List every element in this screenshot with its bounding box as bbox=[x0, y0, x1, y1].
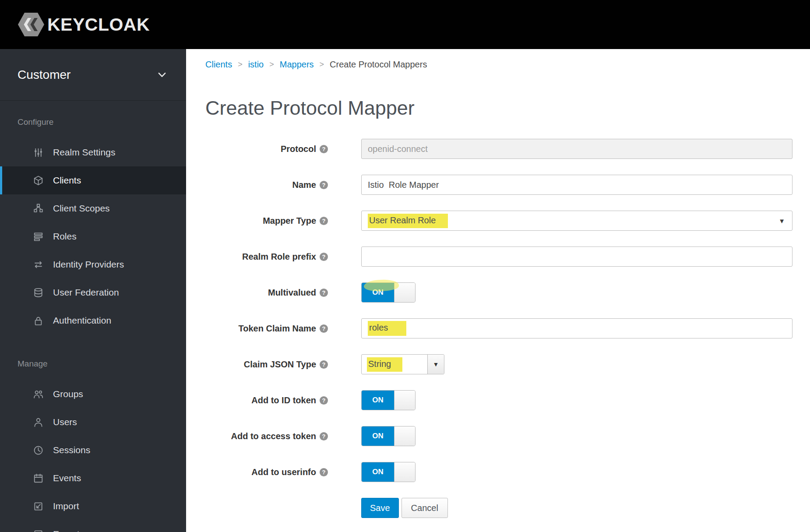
sidebar-item-label: Sessions bbox=[53, 445, 90, 455]
add-to-access-token-toggle[interactable]: ON bbox=[361, 426, 416, 446]
form-row-add-to-access-token: Add to access token ? ON bbox=[205, 426, 792, 446]
breadcrumb-mappers[interactable]: Mappers bbox=[280, 60, 314, 70]
sidebar-item-client-scopes[interactable]: Client Scopes bbox=[0, 194, 186, 222]
sidebar-item-label: Identity Providers bbox=[53, 259, 124, 270]
mapper-type-label: Mapper Type bbox=[263, 216, 316, 226]
sidebar-item-import[interactable]: Import bbox=[0, 492, 186, 520]
sidebar-item-groups[interactable]: Groups bbox=[0, 380, 186, 408]
sidebar-item-authentication[interactable]: Authentication bbox=[0, 307, 186, 335]
claim-json-type-select[interactable]: String ▼ bbox=[361, 354, 444, 374]
sidebar-item-export[interactable]: Export bbox=[0, 520, 186, 532]
add-to-access-token-label: Add to access token bbox=[231, 431, 316, 441]
roles-icon bbox=[33, 231, 44, 242]
form-row-claim-json-type: Claim JSON Type ? String ▼ bbox=[205, 354, 792, 374]
form-row-mapper-type: Mapper Type ? User Realm Role ▼ bbox=[205, 211, 792, 231]
token-claim-name-value: roles bbox=[368, 321, 406, 336]
claim-json-type-label: Claim JSON Type bbox=[244, 359, 316, 370]
realm-role-prefix-input[interactable] bbox=[361, 247, 792, 267]
add-to-userinfo-label: Add to userinfo bbox=[251, 467, 316, 477]
sidebar-item-label: Clients bbox=[53, 175, 81, 186]
sidebar-item-label: Export bbox=[53, 529, 80, 532]
add-to-id-token-label: Add to ID token bbox=[251, 395, 316, 405]
dropdown-caret-icon: ▼ bbox=[778, 217, 785, 225]
multivalued-toggle[interactable]: ON bbox=[361, 282, 416, 303]
sidebar-item-identity-providers[interactable]: Identity Providers bbox=[0, 250, 186, 278]
authentication-icon bbox=[33, 315, 44, 326]
sidebar-item-roles[interactable]: Roles bbox=[0, 222, 186, 250]
toggle-handle bbox=[394, 283, 415, 302]
sidebar-item-label: Users bbox=[53, 417, 77, 427]
help-icon[interactable]: ? bbox=[320, 360, 328, 369]
sidebar-item-label: Groups bbox=[53, 389, 83, 399]
breadcrumb-separator-icon: > bbox=[269, 60, 274, 69]
sidebar-item-events[interactable]: Events bbox=[0, 464, 186, 492]
dropdown-caret-icon: ▼ bbox=[427, 355, 444, 374]
toggle-on-label: ON bbox=[362, 462, 394, 482]
groups-icon bbox=[33, 389, 44, 400]
help-icon[interactable]: ? bbox=[320, 468, 328, 476]
top-bar: KEYCLOAK bbox=[0, 0, 810, 49]
toggle-handle bbox=[394, 462, 415, 482]
form-row-protocol: Protocol ? bbox=[205, 139, 792, 159]
sidebar-item-label: Authentication bbox=[53, 315, 111, 326]
chevron-down-icon bbox=[156, 69, 168, 81]
help-icon[interactable]: ? bbox=[320, 181, 328, 189]
breadcrumb-clients[interactable]: Clients bbox=[205, 60, 232, 70]
form-actions: Save Cancel bbox=[361, 498, 792, 518]
mapper-type-select[interactable]: User Realm Role ▼ bbox=[361, 211, 792, 231]
sidebar-item-sessions[interactable]: Sessions bbox=[0, 436, 186, 464]
breadcrumb-separator-icon: > bbox=[238, 60, 243, 69]
breadcrumb: Clients > istio > Mappers > Create Proto… bbox=[205, 59, 792, 70]
save-button[interactable]: Save bbox=[361, 498, 399, 518]
sidebar: Customer Configure Realm Settings Client… bbox=[0, 49, 186, 532]
clients-icon bbox=[33, 175, 44, 186]
add-to-id-token-toggle[interactable]: ON bbox=[361, 390, 416, 410]
token-claim-name-label: Token Claim Name bbox=[239, 324, 316, 334]
sessions-icon bbox=[33, 445, 44, 456]
form-row-multivalued: Multivalued ? ON bbox=[205, 282, 792, 303]
help-icon[interactable]: ? bbox=[320, 396, 328, 405]
breadcrumb-separator-icon: > bbox=[320, 60, 324, 69]
add-to-userinfo-toggle[interactable]: ON bbox=[361, 462, 416, 482]
sidebar-item-realm-settings[interactable]: Realm Settings bbox=[0, 138, 186, 166]
sidebar-item-label: Realm Settings bbox=[53, 147, 115, 158]
toggle-on-label: ON bbox=[362, 283, 394, 302]
help-icon[interactable]: ? bbox=[320, 253, 328, 261]
help-icon[interactable]: ? bbox=[320, 289, 328, 297]
keycloak-logo: KEYCLOAK bbox=[17, 11, 150, 38]
multivalued-label: Multivalued bbox=[268, 288, 316, 298]
sidebar-item-label: Events bbox=[53, 473, 81, 483]
help-icon[interactable]: ? bbox=[320, 217, 328, 225]
token-claim-name-input[interactable]: roles bbox=[361, 318, 792, 338]
realm-name: Customer bbox=[18, 68, 70, 82]
create-protocol-mapper-form: Protocol ? Name ? bbox=[205, 139, 792, 518]
sidebar-item-label: User Federation bbox=[53, 287, 119, 298]
user-federation-icon bbox=[33, 287, 44, 298]
toggle-on-label: ON bbox=[362, 391, 394, 410]
help-icon[interactable]: ? bbox=[320, 324, 328, 333]
import-icon bbox=[33, 501, 44, 512]
sidebar-section-configure: Configure bbox=[18, 117, 186, 127]
breadcrumb-istio[interactable]: istio bbox=[248, 60, 264, 70]
realm-selector[interactable]: Customer bbox=[0, 49, 186, 101]
sidebar-item-users[interactable]: Users bbox=[0, 408, 186, 436]
keycloak-admin-console: KEYCLOAK Customer Configure Realm Settin… bbox=[0, 0, 810, 532]
keycloak-logo-icon bbox=[17, 11, 46, 38]
form-row-token-claim-name: Token Claim Name ? roles bbox=[205, 318, 792, 338]
realm-settings-icon bbox=[33, 147, 44, 158]
realm-role-prefix-label: Realm Role prefix bbox=[242, 252, 316, 262]
help-icon[interactable]: ? bbox=[320, 145, 328, 153]
cancel-button[interactable]: Cancel bbox=[401, 498, 448, 518]
sidebar-item-clients[interactable]: Clients bbox=[0, 166, 186, 194]
sidebar-item-label: Client Scopes bbox=[53, 203, 110, 214]
help-icon[interactable]: ? bbox=[320, 432, 328, 440]
form-row-add-to-id-token: Add to ID token ? ON bbox=[205, 390, 792, 410]
claim-json-type-value: String bbox=[367, 357, 402, 372]
form-row-realm-role-prefix: Realm Role prefix ? bbox=[205, 247, 792, 267]
name-input[interactable] bbox=[361, 175, 792, 195]
sidebar-item-user-federation[interactable]: User Federation bbox=[0, 278, 186, 307]
sidebar-item-label: Import bbox=[53, 501, 79, 511]
form-row-add-to-userinfo: Add to userinfo ? ON bbox=[205, 462, 792, 482]
toggle-handle bbox=[394, 391, 415, 410]
logo-wordmark: KEYCLOAK bbox=[47, 14, 150, 35]
